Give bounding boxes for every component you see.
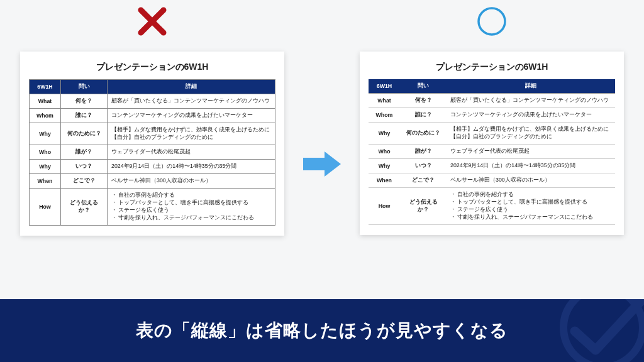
row-question: いつ？ [61,160,108,174]
row-question: 誰が？ [400,145,447,159]
table-row: What何を？顧客が「買いたくなる」コンテンツマーケティングのノウハウ [30,94,275,109]
row-question: 誰が？ [61,145,108,160]
row-key: When [369,173,400,188]
row-key: Whom [369,108,400,123]
row-detail: ウェブライダー代表の松尾茂起 [108,145,275,160]
row-question: 誰に？ [61,109,108,123]
row-key: Why [30,160,61,174]
col-header: 詳細 [447,79,615,94]
row-detail: 顧客が「買いたくなる」コンテンツマーケティングのノウハウ [108,94,275,109]
svg-point-3 [479,8,505,35]
table-row: Whyいつ？2024年9月14日（土）の14時〜14時35分の35分間 [30,160,275,174]
row-question: 何のために？ [61,123,108,145]
row-question: どこで？ [400,173,447,188]
row-key: Why [369,159,400,173]
card-title: プレゼンテーションの6W1H [29,62,275,73]
row-question: 誰に？ [400,108,447,123]
row-detail: 自社の事例を紹介するトップバッターとして、聴き手に高揚感を提供するステージを広く… [108,189,275,226]
card-title: プレゼンテーションの6W1H [369,62,615,73]
list-item: 寸劇を採り入れ、ステージパフォーマンスにこだわる [450,214,611,221]
row-key: What [30,94,61,109]
row-question: 何を？ [400,94,447,108]
table-row: Howどう伝えるか？自社の事例を紹介するトップバッターとして、聴き手に高揚感を提… [369,188,615,225]
good-example-card: プレゼンテーションの6W1H 6W1H問い詳細What何を？顧客が「買いたくなる… [360,52,624,235]
good-column: プレゼンテーションの6W1H 6W1H問い詳細What何を？顧客が「買いたくなる… [360,44,624,235]
row-question: いつ？ [400,159,447,173]
footer-banner: 表の「縦線」は省略したほうが見やすくなる [0,299,644,362]
col-header: 6W1H [30,80,61,94]
table-row: Who誰が？ウェブライダー代表の松尾茂起 [30,145,275,160]
list-item: ステージを広く使う [450,206,611,214]
comparison-stage: プレゼンテーションの6W1H 6W1H問い詳細What何を？顧客が「買いたくなる… [0,0,644,236]
table-row: What何を？顧客が「買いたくなる」コンテンツマーケティングのノウハウ [369,94,615,108]
table-row: Why何のために？【相手】ムダな費用をかけずに、効率良く成果を上げるために【自分… [369,123,615,145]
table-row: Whom誰に？コンテンツマーケティングの成果を上げたいマーケター [30,109,275,123]
circle-icon [475,5,508,38]
table-row: Whenどこで？ベルサール神田（300人収容のホール） [369,173,615,188]
table-row: Whom誰に？コンテンツマーケティングの成果を上げたいマーケター [369,108,615,123]
col-header: 問い [61,80,108,94]
row-key: Who [369,145,400,159]
row-detail: コンテンツマーケティングの成果を上げたいマーケター [108,109,275,123]
row-key: Why [369,123,400,145]
bad-column: プレゼンテーションの6W1H 6W1H問い詳細What何を？顧客が「買いたくなる… [20,44,284,236]
row-question: どう伝えるか？ [400,188,447,225]
col-header: 6W1H [369,79,400,94]
table-row: Who誰が？ウェブライダー代表の松尾茂起 [369,145,615,159]
row-detail: 自社の事例を紹介するトップバッターとして、聴き手に高揚感を提供するステージを広く… [447,188,615,225]
table-row: Whenどこで？ベルサール神田（300人収容のホール） [30,174,275,189]
row-key: When [30,174,61,189]
cross-icon [136,5,169,38]
svg-marker-2 [303,151,341,177]
row-question: どう伝えるか？ [61,189,108,226]
row-key: How [369,188,400,225]
row-detail: コンテンツマーケティングの成果を上げたいマーケター [447,108,615,123]
row-key: Who [30,145,61,160]
list-item: 寸劇を採り入れ、ステージパフォーマンスにこだわる [111,214,271,222]
row-detail: 顧客が「買いたくなる」コンテンツマーケティングのノウハウ [447,94,615,108]
col-header: 問い [400,79,447,94]
row-detail: ベルサール神田（300人収容のホール） [108,174,275,189]
table-row: Whyいつ？2024年9月14日（土）の14時〜14時35分の35分間 [369,159,615,173]
row-key: What [369,94,400,108]
list-item: トップバッターとして、聴き手に高揚感を提供する [450,199,611,206]
list-item: トップバッターとして、聴き手に高揚感を提供する [111,199,271,207]
row-detail: ウェブライダー代表の松尾茂起 [447,145,615,159]
brand-logo-icon [556,299,644,362]
row-question: 何のために？ [400,123,447,145]
row-key: How [30,189,61,226]
row-detail: 2024年9月14日（土）の14時〜14時35分の35分間 [447,159,615,173]
good-table: 6W1H問い詳細What何を？顧客が「買いたくなる」コンテンツマーケティングのノ… [369,79,615,225]
col-header: 詳細 [108,80,275,94]
bad-table: 6W1H問い詳細What何を？顧客が「買いたくなる」コンテンツマーケティングのノ… [29,79,275,226]
list-item: 自社の事例を紹介する [111,192,271,199]
list-item: ステージを広く使う [111,207,271,214]
row-detail: ベルサール神田（300人収容のホール） [447,173,615,188]
arrow-icon [303,149,341,182]
table-row: Howどう伝えるか？自社の事例を紹介するトップバッターとして、聴き手に高揚感を提… [30,189,275,226]
row-detail: 2024年9月14日（土）の14時〜14時35分の35分間 [108,160,275,174]
table-row: Why何のために？【相手】ムダな費用をかけずに、効率良く成果を上げるために【自分… [30,123,275,145]
row-question: どこで？ [61,174,108,189]
row-key: Why [30,123,61,145]
row-detail: 【相手】ムダな費用をかけずに、効率良く成果を上げるために【自分】自社のブランディ… [447,123,615,145]
list-item: 自社の事例を紹介する [450,191,611,199]
row-question: 何を？ [61,94,108,109]
row-detail: 【相手】ムダな費用をかけずに、効率良く成果を上げるために【自分】自社のブランディ… [108,123,275,145]
bad-example-card: プレゼンテーションの6W1H 6W1H問い詳細What何を？顧客が「買いたくなる… [20,52,284,236]
row-key: Whom [30,109,61,123]
footer-text: 表の「縦線」は省略したほうが見やすくなる [136,319,508,343]
